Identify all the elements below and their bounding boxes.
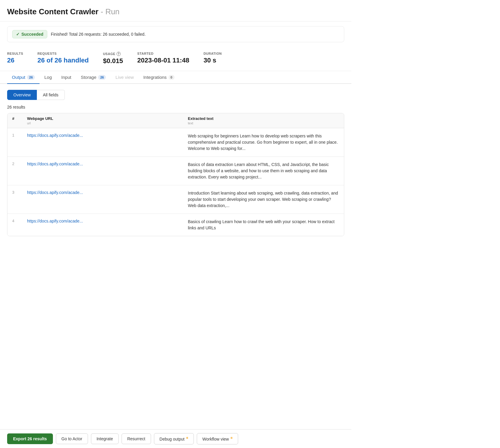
metric-started-label: STARTED (137, 52, 189, 55)
metric-usage: USAGE ? $0.015 (103, 52, 123, 65)
tab-output[interactable]: Output 26 (7, 71, 40, 84)
check-icon: ✓ (16, 32, 20, 37)
tab-storage-badge: 26 (98, 75, 106, 80)
all-fields-toggle-btn[interactable]: All fields (37, 90, 65, 100)
metric-started: STARTED 2023-08-01 11:48 (137, 52, 189, 65)
page-title: Website Content Crawler - Run (7, 7, 344, 16)
tab-input[interactable]: Input (56, 71, 76, 84)
results-count: 26 results (7, 105, 344, 109)
table-row: 4 https://docs.apify.com/acade... Basics… (7, 214, 344, 236)
status-badge: ✓ Succeeded (12, 30, 47, 38)
row-3-text: Introduction Start learning about web sc… (183, 185, 344, 214)
row-2-text: Basics of data extraction Learn about HT… (183, 157, 344, 185)
view-toggle: Overview All fields (7, 90, 344, 100)
row-3-num: 3 (7, 185, 22, 214)
metric-usage-value: $0.015 (103, 57, 123, 65)
metric-duration-value: 30 s (204, 57, 222, 64)
overview-toggle-btn[interactable]: Overview (7, 90, 37, 100)
metric-usage-label: USAGE ? (103, 52, 123, 56)
content-area: Overview All fields 26 results # Webpage… (0, 84, 351, 266)
page-header: Website Content Crawler - Run (0, 0, 351, 21)
run-label: - Run (100, 7, 120, 16)
metric-requests-label: REQUESTS (37, 52, 89, 55)
metric-results: RESULTS 26 (7, 52, 23, 65)
table-header: # Webpage URL url Extracted text text (7, 113, 344, 128)
metric-duration-label: DURATION (204, 52, 222, 55)
row-4-url: https://docs.apify.com/acade... (22, 214, 183, 236)
tab-output-badge: 26 (27, 75, 35, 80)
tab-integrations[interactable]: Integrations 0 (139, 71, 179, 84)
col-text-header: Extracted text text (183, 113, 344, 128)
row-3-url: https://docs.apify.com/acade... (22, 185, 183, 214)
row-3-url-link[interactable]: https://docs.apify.com/acade... (27, 190, 83, 195)
metrics-bar: RESULTS 26 REQUESTS 26 of 26 handled USA… (0, 47, 351, 71)
col-url-header: Webpage URL url (22, 113, 183, 128)
table-row: 3 https://docs.apify.com/acade... Introd… (7, 185, 344, 214)
row-2-url-link[interactable]: https://docs.apify.com/acade... (27, 162, 83, 166)
tab-storage[interactable]: Storage 26 (76, 71, 111, 84)
metric-started-value: 2023-08-01 11:48 (137, 57, 189, 64)
row-1-url: https://docs.apify.com/acade... (22, 128, 183, 156)
tab-integrations-badge: 0 (169, 75, 174, 80)
metric-duration: DURATION 30 s (204, 52, 222, 65)
row-4-url-link[interactable]: https://docs.apify.com/acade... (27, 219, 83, 223)
row-2-num: 2 (7, 157, 22, 185)
tabs-bar: Output 26 Log Input Storage 26 Live view… (0, 71, 351, 84)
row-4-text: Basics of crawling Learn how to crawl th… (183, 214, 344, 236)
metric-requests-value: 26 of 26 handled (37, 57, 89, 64)
usage-help-icon[interactable]: ? (117, 52, 121, 56)
metric-results-value: 26 (7, 57, 23, 64)
row-1-num: 1 (7, 128, 22, 156)
row-2-url: https://docs.apify.com/acade... (22, 157, 183, 185)
status-bar: ✓ Succeeded Finished! Total 26 requests:… (7, 26, 344, 42)
tab-log[interactable]: Log (40, 71, 56, 84)
col-num-header: # (7, 113, 22, 128)
actor-name: Website Content Crawler (7, 7, 98, 16)
metric-results-label: RESULTS (7, 52, 23, 55)
status-message: Finished! Total 26 requests: 26 succeede… (51, 32, 146, 37)
row-4-num: 4 (7, 214, 22, 236)
table-row: 2 https://docs.apify.com/acade... Basics… (7, 157, 344, 185)
row-1-url-link[interactable]: https://docs.apify.com/acade... (27, 133, 83, 138)
results-table: # Webpage URL url Extracted text text 1 … (7, 113, 344, 236)
metric-requests: REQUESTS 26 of 26 handled (37, 52, 89, 65)
row-1-text: Web scraping for beginners Learn how to … (183, 128, 344, 156)
tab-live-view: Live view (111, 71, 139, 84)
table-row: 1 https://docs.apify.com/acade... Web sc… (7, 128, 344, 157)
